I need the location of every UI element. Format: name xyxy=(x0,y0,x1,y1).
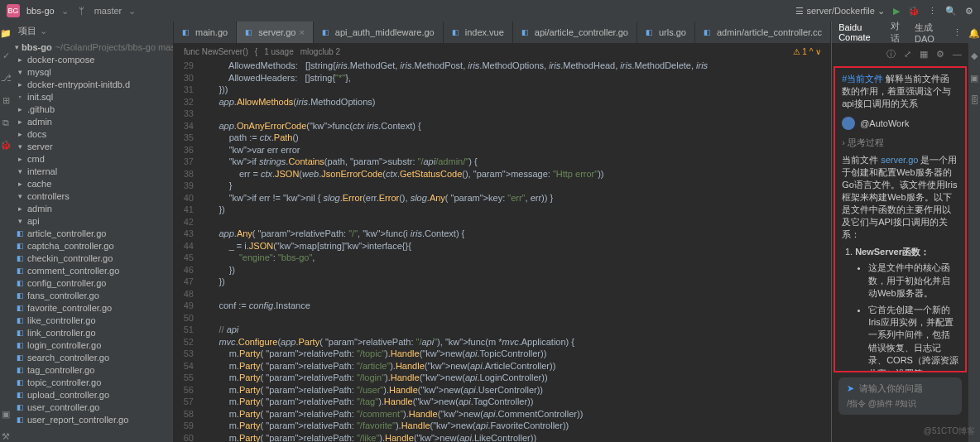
bot-name: @AutoWork xyxy=(860,118,909,128)
debug-icon[interactable]: 🐞 xyxy=(908,6,920,17)
project-avatar[interactable]: BG xyxy=(7,4,20,17)
debug-tool-icon[interactable]: 🐞 xyxy=(0,140,12,151)
run-icon[interactable]: ▶ xyxy=(893,6,900,17)
thinking-toggle[interactable]: › 思考过程 xyxy=(842,137,958,149)
tree-item[interactable]: ▸.github xyxy=(12,103,173,115)
tree-item[interactable]: ◧user_controller.go xyxy=(12,401,173,413)
services-icon[interactable]: ⧉ xyxy=(2,118,9,128)
db-icon[interactable]: 🗄 xyxy=(970,95,979,105)
editor-tab[interactable]: ◧api_auth_middleware.go xyxy=(314,22,444,43)
tree-item[interactable]: ◧captcha_controller.go xyxy=(12,239,173,252)
tree-item[interactable]: ▾api xyxy=(12,214,173,227)
gear-icon[interactable]: ⚙ xyxy=(936,49,944,60)
tab-comate[interactable]: Baidu Comate xyxy=(838,22,879,42)
tree-item[interactable]: ◧favorite_controller.go xyxy=(12,301,173,314)
tree-item[interactable]: ▾controllers xyxy=(12,190,173,202)
tree-item[interactable]: ▸admin xyxy=(12,202,173,214)
minimize-icon[interactable]: — xyxy=(953,49,962,59)
tree-item[interactable]: ◧tag_controller.go xyxy=(12,363,173,376)
editor: ◧main.go◧server.go ×◧api_auth_middleware… xyxy=(174,22,831,442)
tree-item[interactable]: ◧upload_controller.go xyxy=(12,388,173,401)
py-icon[interactable]: ▣ xyxy=(970,73,978,84)
code-area[interactable]: 29 30 31 32 33 34 35 36 37 38 39 40 41 4… xyxy=(174,60,831,442)
context-tag[interactable]: #当前文件 xyxy=(842,74,883,84)
tree-item[interactable]: ◧checkin_controller.go xyxy=(12,252,173,264)
chat-input[interactable]: ➤请输入你的问题 /指令 @插件 #知识 xyxy=(838,377,962,415)
settings-icon[interactable]: ⚙ xyxy=(965,6,973,17)
tree-item[interactable]: ◧login_controller.go xyxy=(12,339,173,351)
project-tree[interactable]: ▾bbs-go ~/GolandProjects/bbs-go mast ▸do… xyxy=(12,41,173,438)
chevron-down-icon[interactable]: ⌄ xyxy=(40,26,47,36)
ai-tabs: Baidu Comate 对话 生成DAO ⋮ xyxy=(832,22,968,43)
tree-item[interactable]: ▸docs xyxy=(12,127,173,140)
topbar: BG bbs-go ⌄ ᛘ master ⌄ ☰ server/Dockerfi… xyxy=(0,0,980,22)
tree-item[interactable]: ▫init.sql xyxy=(12,90,173,103)
folder-icon[interactable]: 📁 xyxy=(0,28,12,39)
more-icon[interactable]: ⋮ xyxy=(928,6,937,17)
tree-item[interactable]: ▸admin xyxy=(12,115,173,127)
right-gutter: 🔔 ◆ ▣ 🗄 xyxy=(968,22,980,442)
editor-tab[interactable]: ◧server.go × xyxy=(237,22,314,43)
search-icon[interactable]: 🔍 xyxy=(945,6,957,17)
tree-item[interactable]: ◧link_controller.go xyxy=(12,326,173,339)
run-config[interactable]: ☰ server/Dockerfile ⌄ xyxy=(795,6,885,17)
watermark: @51CTO博客 xyxy=(924,425,975,437)
project-panel: 项目 ⌄ ▾bbs-go ~/GolandProjects/bbs-go mas… xyxy=(12,22,174,442)
build-icon[interactable]: ⚒ xyxy=(2,431,10,442)
ai-icon[interactable]: ◆ xyxy=(971,50,978,61)
notif-icon[interactable]: 🔔 xyxy=(968,28,980,39)
tree-item[interactable]: ◧config_controller.go xyxy=(12,276,173,289)
tree-item[interactable]: ▸docker-entrypoint-initdb.d xyxy=(12,78,173,90)
tree-item[interactable]: ◧user_report_controller.go xyxy=(12,413,173,425)
tree-item[interactable]: ◧topic_controller.go xyxy=(12,376,173,388)
expand-icon[interactable]: ⤢ xyxy=(904,49,911,60)
branch-icon: ᛘ xyxy=(79,6,84,16)
tree-item[interactable]: ▸cache xyxy=(12,177,173,190)
tree-item[interactable]: ▸cmd xyxy=(12,152,173,165)
terminal-icon[interactable]: ▣ xyxy=(2,409,10,420)
tree-item[interactable]: ▾mysql xyxy=(12,65,173,78)
editor-tab[interactable]: ◧urls.go xyxy=(637,22,695,43)
send-icon[interactable]: ➤ xyxy=(847,383,854,394)
todo-icon[interactable]: ✓ xyxy=(2,50,10,61)
editor-tab[interactable]: ◧admin/article_controller.cc xyxy=(695,22,831,43)
chevron-down-icon[interactable]: ⌄ xyxy=(128,6,136,17)
project-name[interactable]: bbs-go xyxy=(26,6,55,16)
grid-icon[interactable]: ▦ xyxy=(920,49,928,60)
more-icon[interactable]: ⋮ xyxy=(953,27,962,38)
info-icon[interactable]: ⓘ xyxy=(886,48,896,60)
tree-item[interactable]: ▾server xyxy=(12,140,173,152)
tab-dao[interactable]: 生成DAO xyxy=(915,22,941,44)
tree-item[interactable]: ▸docker-compose xyxy=(12,53,173,65)
pr-icon[interactable]: ⎇ xyxy=(1,73,12,84)
structure-icon[interactable]: ⊞ xyxy=(2,95,10,106)
ai-panel: Baidu Comate 对话 生成DAO ⋮ ⓘ ⤢ ▦ ⚙ — #当前文件 … xyxy=(831,22,968,442)
chat-content: #当前文件 解释当前文件函数的作用，着重强调这个与api接口调用的关系 @Aut… xyxy=(833,66,967,372)
panel-title: 项目 xyxy=(18,25,36,37)
tree-item[interactable]: ◧like_controller.go xyxy=(12,314,173,326)
tree-item[interactable]: ◧comment_controller.go xyxy=(12,264,173,276)
tree-item[interactable]: ◧article_controller.go xyxy=(12,227,173,239)
editor-tab[interactable]: ◧index.vue xyxy=(444,22,513,43)
editor-tab[interactable]: ◧main.go xyxy=(174,22,237,43)
editor-tabs: ◧main.go◧server.go ×◧api_auth_middleware… xyxy=(174,22,831,43)
tree-item[interactable]: ▾internal xyxy=(12,165,173,177)
tab-chat[interactable]: 对话 xyxy=(891,20,903,45)
tree-item[interactable]: ◧search_controller.go xyxy=(12,351,173,363)
breadcrumb: func NewServer() { 1 usage mlogclub 2 ⚠ … xyxy=(174,43,831,60)
bot-avatar xyxy=(842,117,855,130)
branch-name[interactable]: master xyxy=(94,6,122,16)
left-gutter: 📁 ✓ ⎇ ⊞ ⧉ 🐞 ▣ ⚒ xyxy=(0,22,12,442)
chevron-down-icon[interactable]: ⌄ xyxy=(61,6,69,17)
tree-item[interactable]: ◧fans_controller.go xyxy=(12,289,173,301)
editor-tab[interactable]: ◧api/article_controller.go xyxy=(513,22,637,43)
